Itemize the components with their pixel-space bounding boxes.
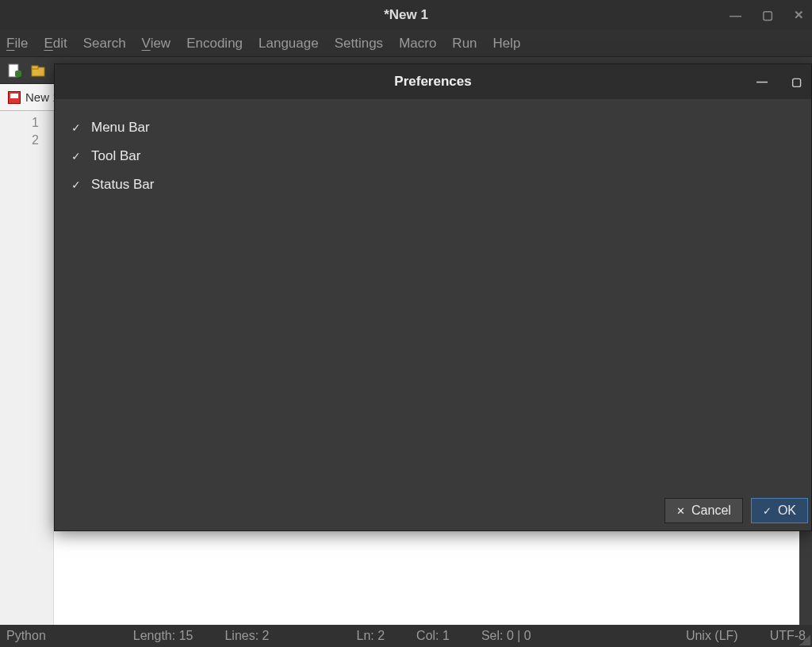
menu-edit[interactable]: Edit (44, 36, 67, 52)
preferences-dialog: Preferences — ▢ ✓ Menu Bar ✓ Tool Bar ✓ … (54, 63, 812, 531)
dialog-title: Preferences (394, 74, 471, 90)
status-language: Python (6, 629, 46, 643)
button-label: Cancel (691, 503, 731, 518)
minimize-icon[interactable]: — (730, 9, 741, 22)
button-label: OK (778, 503, 796, 518)
window-titlebar: *New 1 — ▢ ✕ (0, 0, 812, 30)
dialog-body: ✓ Menu Bar ✓ Tool Bar ✓ Status Bar (55, 99, 811, 496)
resize-grip-icon[interactable] (799, 634, 810, 645)
menu-language[interactable]: Language (259, 36, 319, 52)
dialog-maximize-icon[interactable]: ▢ (791, 75, 802, 88)
status-sel: Sel: 0 | 0 (481, 629, 531, 643)
close-icon[interactable]: ✕ (794, 8, 804, 22)
menu-view[interactable]: View (142, 36, 171, 52)
option-tool-bar[interactable]: ✓ Tool Bar (71, 142, 795, 170)
dialog-minimize-icon[interactable]: — (756, 75, 768, 88)
status-eol: Unix (LF) (686, 629, 738, 643)
check-icon: ✓ (763, 505, 772, 517)
option-status-bar[interactable]: ✓ Status Bar (71, 170, 795, 199)
line-number: 2 (0, 133, 39, 151)
menu-settings[interactable]: Settings (335, 36, 383, 52)
status-ln: Ln: 2 (356, 629, 385, 643)
checkmark-icon: ✓ (71, 150, 82, 163)
maximize-icon[interactable]: ▢ (762, 8, 773, 22)
menu-file[interactable]: File (6, 36, 28, 52)
window-controls: — ▢ ✕ (730, 0, 804, 30)
dialog-titlebar: Preferences — ▢ (55, 64, 811, 99)
dialog-footer: ✕ Cancel ✓ OK (55, 496, 811, 530)
ok-button[interactable]: ✓ OK (751, 498, 808, 523)
new-file-icon[interactable] (5, 61, 24, 80)
open-file-icon[interactable] (29, 61, 48, 80)
checkmark-icon: ✓ (71, 121, 82, 134)
line-gutter: 1 2 (0, 111, 54, 625)
menu-macro[interactable]: Macro (399, 36, 436, 52)
close-icon: ✕ (676, 505, 685, 517)
menu-help[interactable]: Help (493, 36, 521, 52)
menubar: File Edit Search View Encoding Language … (0, 30, 812, 57)
option-menu-bar[interactable]: ✓ Menu Bar (71, 113, 795, 142)
option-label: Tool Bar (91, 148, 140, 164)
status-length: Length: 15 (133, 629, 193, 643)
menu-encoding[interactable]: Encoding (186, 36, 243, 52)
cancel-button[interactable]: ✕ Cancel (665, 498, 743, 523)
status-lines: Lines: 2 (224, 629, 269, 643)
statusbar: Python Length: 15 Lines: 2 Ln: 2 Col: 1 … (0, 625, 812, 647)
unsaved-icon (8, 91, 21, 104)
svg-rect-3 (32, 66, 38, 69)
option-label: Status Bar (91, 177, 154, 193)
option-label: Menu Bar (91, 120, 150, 136)
checkmark-icon: ✓ (71, 178, 82, 191)
svg-rect-1 (15, 71, 21, 77)
menu-search[interactable]: Search (83, 36, 126, 52)
window-title: *New 1 (384, 7, 428, 23)
line-number: 1 (0, 116, 39, 133)
status-col: Col: 1 (416, 629, 450, 643)
menu-run[interactable]: Run (452, 36, 477, 52)
dialog-window-controls: — ▢ (756, 75, 802, 88)
